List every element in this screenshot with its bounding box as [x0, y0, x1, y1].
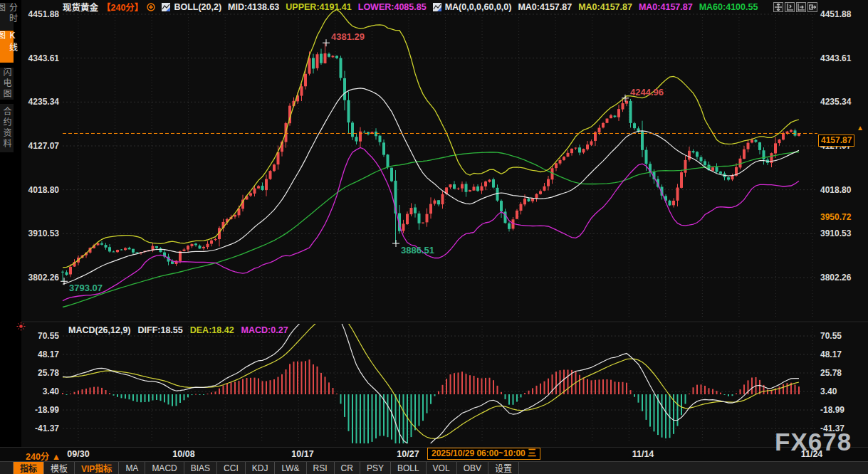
toolbar-tab-PSY[interactable]: PSY — [360, 462, 391, 474]
ma0-yellow-value: MA0:4157.87 — [578, 2, 632, 12]
toolbar-tab-CCI[interactable]: CCI — [217, 462, 246, 474]
toolbar-tab-OBV[interactable]: OBV — [457, 462, 488, 474]
toolbar-tab-VIP指标[interactable]: VIP指标 — [75, 462, 119, 474]
chart-tools — [773, 2, 817, 12]
period-label[interactable]: 【240分】 — [102, 0, 143, 14]
ma0-magenta-value: MA0:4157.87 — [639, 2, 693, 12]
toolbar-tab-VOL[interactable]: VOL — [427, 462, 457, 474]
price-annotation: 3793.07 — [69, 283, 103, 293]
boll-chart-icon — [162, 3, 170, 11]
price-axis-label-right: 4235.34 — [820, 97, 856, 107]
indicator-header: 现货黄金 【240分】 BOLL(20,2) MID:4138.63 UPPER… — [63, 1, 758, 12]
x-axis-date-label: 10/08 — [172, 449, 194, 459]
price-axis-label-left: 3910.53 — [23, 228, 59, 238]
toolbar-tab-MACD[interactable]: MACD — [145, 462, 184, 474]
ma0-white-value: MA0:4157.87 — [518, 2, 572, 12]
macd-axis-label-left: 48.17 — [23, 349, 59, 359]
toolbar-tab-KDJ[interactable]: KDJ — [246, 462, 276, 474]
x-axis-date-label: 10/17 — [291, 449, 313, 459]
ma-chart-icon — [433, 3, 441, 11]
macd-axis-label-left: 3.40 — [23, 386, 59, 396]
toolbar-tab-RSI[interactable]: RSI — [307, 462, 335, 474]
price-annotation: 3886.51 — [401, 245, 434, 256]
x-axis-scale-icon[interactable] — [796, 2, 806, 12]
toolbar-tab-LW&[interactable]: LW& — [275, 462, 306, 474]
prev-close-label: 3950.72 — [820, 212, 856, 222]
price-axis-label-left: 4451.88 — [23, 9, 59, 19]
price-annotation: 4381.29 — [331, 31, 365, 42]
price-axis-label-left: 4018.80 — [23, 185, 59, 195]
price-axis-label-right: 4451.88 — [820, 9, 856, 19]
price-marker-arrow-icon: ▲ — [857, 124, 864, 132]
price-axis-label-right: 4018.80 — [820, 185, 856, 195]
boll-lower-value: LOWER:4085.85 — [358, 2, 427, 12]
boll-mid-value: MID:4138.63 — [228, 2, 279, 12]
price-axis-label-right: 4343.61 — [820, 53, 856, 63]
toolbar-tab-settings[interactable]: 设置 — [488, 462, 519, 474]
indicator-toolbar: 指标模板VIP指标MAMACDBIASCCIKDJLW&RSICRPSYBOLL… — [0, 461, 868, 474]
chart-canvas[interactable]: 3793.074381.293886.514244.96 — [0, 0, 868, 474]
x-axis-date-label: 10/27 — [397, 449, 419, 459]
hover-date-tooltip: 2025/10/29 06:00~10:00 三 — [427, 448, 540, 460]
sidebar-item-1[interactable]: K线图 — [0, 31, 14, 63]
price-axis-label-left: 4235.34 — [23, 97, 59, 107]
ma-label: MA(0,0,0,60,0,0) — [445, 2, 512, 12]
macd-diff-value: DIFF:18.55 — [138, 325, 183, 335]
toolbar-tab-指标[interactable]: 指标 — [13, 462, 44, 474]
sidebar-item-0[interactable]: 分时图 — [0, 3, 14, 30]
macd-axis-label-right: 3.40 — [820, 386, 856, 396]
current-price-badge: 4157.87 — [818, 135, 854, 147]
ma60-green-value: MA60:4100.55 — [699, 2, 758, 12]
x-axis-date-label: 11/14 — [632, 449, 654, 459]
x-axis-date-label: 11/24 — [801, 449, 823, 459]
boll-label: BOLL(20,2) — [174, 2, 221, 12]
chart-type-sidebar: 分时图K线图闪电图合约资料 — [0, 0, 21, 447]
boll-upper-value: UPPER:4191.41 — [286, 2, 351, 12]
macd-dea-value: DEA:18.42 — [190, 325, 234, 335]
sidebar-item-3[interactable]: 合约资料 — [0, 104, 14, 152]
macd-axis-label-left: -18.99 — [23, 405, 59, 415]
symbol-name: 现货黄金 — [63, 0, 98, 14]
price-axis-label-right: 3910.53 — [820, 228, 856, 238]
kline-app: { "header": { "symbol": "现货黄金", "period"… — [0, 0, 868, 474]
macd-axis-label-left: 70.55 — [23, 331, 59, 341]
price-axis-label-left: 3802.26 — [23, 273, 59, 283]
toolbar-tab-BOLL[interactable]: BOLL — [391, 462, 427, 474]
sidebar-item-2[interactable]: 闪电图 — [0, 68, 14, 100]
price-axis-label-left: 4127.07 — [23, 141, 59, 151]
macd-axis-label-right: 70.55 — [820, 331, 856, 341]
price-annotation: 4244.96 — [630, 87, 664, 98]
price-axis-label-left: 4343.61 — [23, 53, 59, 63]
x-axis-date-label: 09/30 — [67, 449, 89, 459]
alert-dot-icon[interactable] — [16, 322, 26, 331]
macd-axis-label-right: -18.99 — [820, 405, 856, 415]
macd-axis-label-right: 25.78 — [820, 368, 856, 378]
shift-right-icon[interactable] — [807, 2, 817, 12]
toolbar-tab-模板[interactable]: 模板 — [44, 462, 75, 474]
toolbar-tab-BIAS[interactable]: BIAS — [184, 462, 217, 474]
move-tool-icon[interactable] — [773, 2, 783, 12]
toolbar-tab-CR[interactable]: CR — [335, 462, 360, 474]
macd-axis-label-right: 48.17 — [820, 349, 856, 359]
macd-axis-label-left: 25.78 — [23, 368, 59, 378]
y-axis-scale-icon[interactable] — [785, 2, 795, 12]
macd-header: MACD(26,12,9) DIFF:18.55 DEA:18.42 MACD:… — [68, 325, 288, 335]
macd-axis-label-left: -41.37 — [23, 423, 59, 433]
price-axis-label-right: 3802.26 — [820, 273, 856, 283]
add-indicator-icon[interactable] — [147, 3, 155, 11]
toolbar-tab-MA[interactable]: MA — [119, 462, 145, 474]
macd-name: MACD(26,12,9) — [68, 325, 131, 335]
macd-macd-value: MACD:0.27 — [241, 325, 288, 335]
